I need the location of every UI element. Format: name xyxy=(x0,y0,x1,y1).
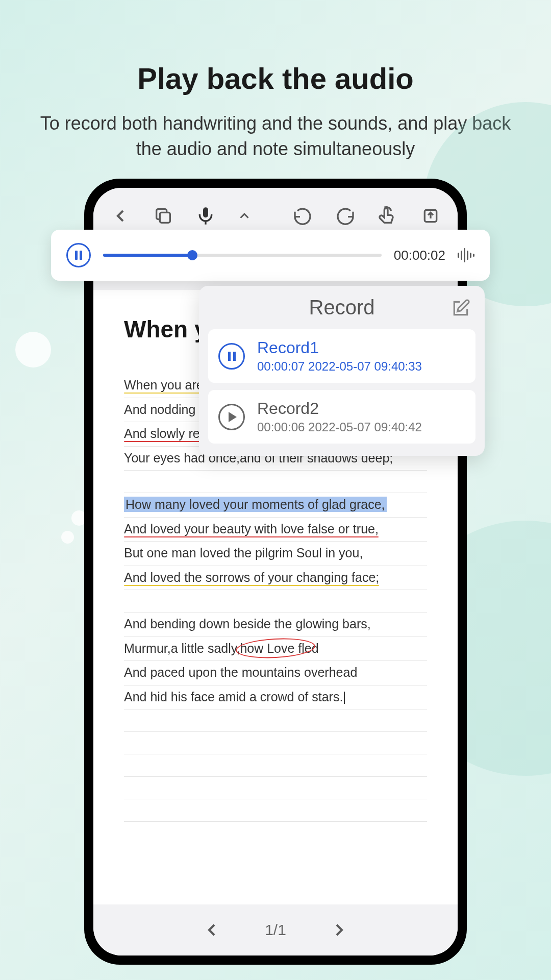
touch-icon[interactable] xyxy=(377,204,400,228)
record-name: Record2 xyxy=(257,399,465,418)
record-panel: Record Record1 00:00:07 2022-05-07 09:40… xyxy=(199,286,485,456)
play-icon xyxy=(218,404,245,430)
note-line: And bending down beside the glowing bars… xyxy=(124,612,427,637)
note-line: How many loved your moments of glad grac… xyxy=(124,493,427,518)
pagination-bar: 1/1 xyxy=(93,904,458,955)
note-line: And loved your beauty with love false or… xyxy=(124,518,427,542)
record-meta: 00:00:06 2022-05-07 09:40:42 xyxy=(257,420,465,434)
record-name: Record1 xyxy=(257,338,465,357)
edit-button[interactable] xyxy=(451,299,470,320)
note-line xyxy=(124,709,427,732)
record-meta: 00:00:07 2022-05-07 09:40:33 xyxy=(257,359,465,374)
playback-time: 00:00:02 xyxy=(394,248,445,263)
note-line: And hid his face amid a crowd of stars. xyxy=(124,685,427,710)
waveform-icon[interactable] xyxy=(458,248,474,262)
bg-decoration xyxy=(61,531,74,544)
copy-icon[interactable] xyxy=(152,204,175,228)
microphone-icon[interactable] xyxy=(194,204,217,228)
note-line: But one man loved the pilgrim Soul in yo… xyxy=(124,542,427,566)
note-line xyxy=(124,471,427,493)
prev-page-button[interactable] xyxy=(199,918,224,942)
note-line: And paced upon the mountains overhead xyxy=(124,661,427,685)
note-line xyxy=(124,799,427,822)
undo-button[interactable] xyxy=(291,204,314,228)
svg-rect-0 xyxy=(160,212,170,223)
progress-slider[interactable] xyxy=(103,254,382,257)
note-line xyxy=(124,777,427,799)
redo-button[interactable] xyxy=(334,204,357,228)
note-line: And loved the sorrows of your changing f… xyxy=(124,566,427,591)
chevron-up-icon[interactable] xyxy=(237,204,252,228)
hero-title: Play back the audio xyxy=(0,61,551,95)
note-line xyxy=(124,590,427,612)
pause-icon xyxy=(218,343,245,370)
back-button[interactable] xyxy=(109,204,132,228)
pause-button[interactable] xyxy=(66,243,91,267)
note-line: Murmur,a little sadly,how Love fled xyxy=(124,637,427,662)
share-icon[interactable] xyxy=(419,204,442,228)
record-panel-title: Record xyxy=(309,296,375,319)
next-page-button[interactable] xyxy=(327,918,352,942)
note-line xyxy=(124,732,427,754)
audio-player: 00:00:02 xyxy=(51,230,490,281)
record-item[interactable]: Record1 00:00:07 2022-05-07 09:40:33 xyxy=(208,329,475,383)
bg-decoration xyxy=(15,332,51,368)
note-line xyxy=(124,754,427,777)
record-item[interactable]: Record2 00:00:06 2022-05-07 09:40:42 xyxy=(208,390,475,444)
page-indicator: 1/1 xyxy=(265,921,286,939)
